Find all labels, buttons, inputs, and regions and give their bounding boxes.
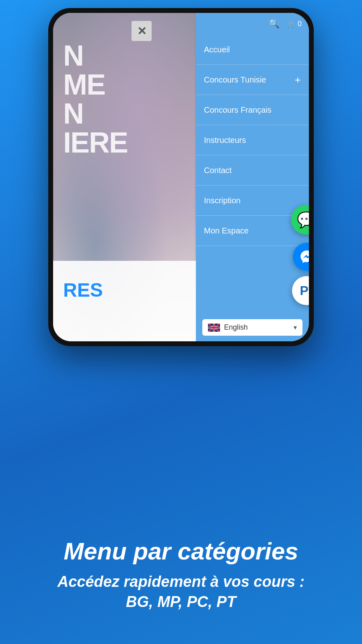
menu-item-label-contact: Contact — [204, 166, 232, 175]
chevron-down-icon: ▾ — [294, 324, 297, 331]
uk-flag-icon — [208, 324, 220, 332]
bottom-title: Menu par catégories — [16, 538, 346, 565]
menu-item-concours-tunisie[interactable]: Concours Tunisie + — [196, 65, 309, 95]
search-icon: 🔍 — [269, 19, 280, 29]
menu-item-inscription[interactable]: Inscription — [196, 186, 309, 216]
phone-screen: ✕ NMENIERE RES 🔍 — [53, 13, 309, 341]
phone-wrapper: ✕ NMENIERE RES 🔍 — [48, 8, 314, 346]
menu-item-label-concours-francais: Concours Français — [204, 105, 272, 115]
top-bar: 🔍 🛒 0 — [196, 13, 309, 35]
cart-count: 0 — [298, 20, 302, 28]
menu-item-label-concours-tunisie: Concours Tunisie — [204, 75, 266, 85]
bottom-subtitle: Accédez rapidement à vos cours :BG, MP, … — [16, 572, 346, 612]
menu-item-label-inscription: Inscription — [204, 196, 241, 205]
left-bottom-white: RES — [53, 261, 196, 341]
menu-item-accueil[interactable]: Accueil — [196, 35, 309, 65]
left-panel: NMENIERE RES — [53, 13, 196, 341]
cart-button[interactable]: 🛒 0 — [287, 19, 302, 28]
left-text-top: NMENIERE — [63, 41, 128, 157]
p-plus-icon: P+ — [300, 283, 309, 298]
top-bar-icons: 🔍 🛒 0 — [269, 19, 302, 29]
cart-icon: 🛒 — [287, 19, 296, 28]
close-button[interactable]: ✕ — [132, 21, 152, 41]
language-label: English — [224, 323, 248, 332]
search-button[interactable]: 🔍 — [269, 19, 280, 29]
language-selector[interactable]: English ▾ — [202, 319, 302, 336]
menu-item-label-instructeurs: Instructeurs — [204, 136, 246, 145]
menu-item-instructeurs[interactable]: Instructeurs — [196, 125, 309, 155]
menu-item-label-accueil: Accueil — [204, 45, 230, 54]
left-text-bottom: RES — [63, 280, 103, 301]
messenger-icon — [299, 249, 309, 264]
plus-icon-tunisie: + — [295, 74, 301, 86]
bottom-text-section: Menu par catégories Accédez rapidement à… — [0, 538, 362, 612]
whatsapp-icon: 💬 — [297, 211, 309, 229]
phone-frame: ✕ NMENIERE RES 🔍 — [48, 8, 314, 346]
close-icon: ✕ — [137, 25, 146, 38]
menu-list: Accueil Concours Tunisie + Concours Fran… — [196, 35, 309, 314]
lang-left: English — [208, 323, 248, 332]
menu-item-label-mon-espace: Mon Espace — [204, 226, 249, 235]
menu-item-contact[interactable]: Contact — [196, 155, 309, 186]
menu-item-concours-francais[interactable]: Concours Français — [196, 95, 309, 125]
